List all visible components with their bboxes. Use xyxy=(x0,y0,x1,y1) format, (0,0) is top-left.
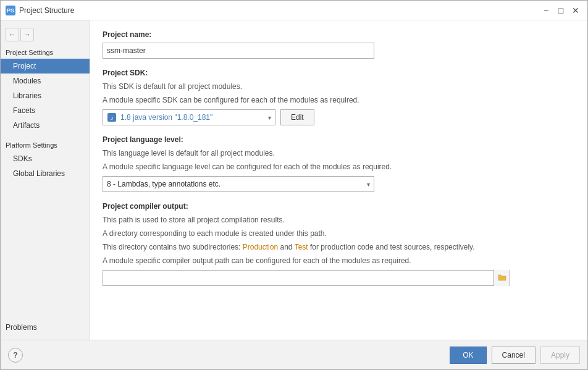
sdk-row: J 1.8 java version "1.8.0_181" ▾ Edit xyxy=(103,109,575,125)
compiler-desc1: This path is used to store all project c… xyxy=(103,214,575,225)
output-path-input[interactable] xyxy=(103,272,494,284)
content-area: ← → Project Settings Project Modules Lib… xyxy=(1,20,587,340)
compiler-desc3-production: Production xyxy=(243,243,278,251)
sdk-java-icon: J xyxy=(107,112,117,122)
problems-section: Problems xyxy=(1,315,90,340)
main-content: Project name: Project SDK: This SDK is d… xyxy=(90,20,587,340)
title-bar: PS Project Structure − □ ✕ xyxy=(1,1,587,20)
project-language-label: Project language level: xyxy=(103,135,575,144)
sdk-desc1: This SDK is default for all project modu… xyxy=(103,81,575,92)
compiler-desc4: A module specific compiler output path c… xyxy=(103,255,575,266)
help-button[interactable]: ? xyxy=(8,348,23,363)
compiler-desc3-suffix: for production code and test sources, re… xyxy=(308,243,475,251)
sdk-selected-text: 1.8 java version "1.8.0_181" xyxy=(120,113,268,122)
svg-text:J: J xyxy=(111,116,113,121)
output-path-browse-button[interactable] xyxy=(494,270,510,286)
sidebar-item-facets[interactable]: Facets xyxy=(1,103,90,118)
compiler-desc3-and: and xyxy=(278,243,294,251)
cancel-button[interactable]: Cancel xyxy=(492,347,536,364)
sdk-edit-button[interactable]: Edit xyxy=(280,109,314,125)
sidebar-item-modules[interactable]: Modules xyxy=(1,74,90,88)
app-icon: PS xyxy=(6,6,15,15)
compiler-output-label: Project compiler output: xyxy=(103,202,575,211)
sidebar-item-artifacts[interactable]: Artifacts xyxy=(1,118,90,133)
compiler-desc3-prefix: This directory contains two subdirectori… xyxy=(103,243,243,251)
lang-dropdown-arrow-icon: ▾ xyxy=(367,181,370,188)
output-path-row xyxy=(103,270,510,286)
sidebar-item-sdks[interactable]: SDKs xyxy=(1,151,90,166)
project-structure-dialog: PS Project Structure − □ ✕ ← → Project S… xyxy=(0,0,588,370)
sdk-dropdown-arrow-icon: ▾ xyxy=(268,114,271,121)
window-controls: − □ ✕ xyxy=(539,4,582,17)
minimize-button[interactable]: − xyxy=(539,4,553,17)
lang-selected-text: 8 - Lambdas, type annotations etc. xyxy=(107,180,367,188)
project-name-input[interactable] xyxy=(103,43,374,59)
platform-settings-header: Platform Settings xyxy=(1,139,90,151)
dialog-title: Project Structure xyxy=(19,6,539,15)
sidebar-item-project[interactable]: Project xyxy=(1,59,90,74)
lang-desc1: This language level is default for all p… xyxy=(103,148,575,159)
sidebar-item-libraries[interactable]: Libraries xyxy=(1,88,90,103)
project-name-label: Project name: xyxy=(103,30,575,39)
sidebar-item-problems[interactable]: Problems xyxy=(1,320,90,335)
lang-desc2: A module specific language level can be … xyxy=(103,161,575,172)
back-button[interactable]: ← xyxy=(6,28,19,41)
forward-button[interactable]: → xyxy=(20,28,34,41)
maximize-button[interactable]: □ xyxy=(554,4,568,17)
project-sdk-label: Project SDK: xyxy=(103,69,575,77)
action-buttons: OK Cancel Apply xyxy=(450,347,580,364)
lang-dropdown[interactable]: 8 - Lambdas, type annotations etc. ▾ xyxy=(103,176,374,192)
sdk-dropdown[interactable]: J 1.8 java version "1.8.0_181" ▾ xyxy=(103,109,275,125)
close-button[interactable]: ✕ xyxy=(569,4,582,17)
ok-button[interactable]: OK xyxy=(450,347,486,364)
nav-buttons: ← → xyxy=(1,25,90,46)
compiler-desc3: This directory contains two subdirectori… xyxy=(103,242,575,253)
project-settings-header: Project Settings xyxy=(1,46,90,59)
folder-icon xyxy=(498,274,506,282)
apply-button[interactable]: Apply xyxy=(540,347,580,364)
compiler-desc3-test: Test xyxy=(295,243,308,251)
bottom-bar: ? OK Cancel Apply xyxy=(1,340,587,369)
sidebar-item-global-libraries[interactable]: Global Libraries xyxy=(1,166,90,181)
compiler-desc2: A directory corresponding to each module… xyxy=(103,228,575,239)
lang-dropdown-wrapper: 8 - Lambdas, type annotations etc. ▾ xyxy=(103,176,575,192)
sdk-desc2: A module specific SDK can be configured … xyxy=(103,95,575,106)
sidebar: ← → Project Settings Project Modules Lib… xyxy=(1,20,90,340)
